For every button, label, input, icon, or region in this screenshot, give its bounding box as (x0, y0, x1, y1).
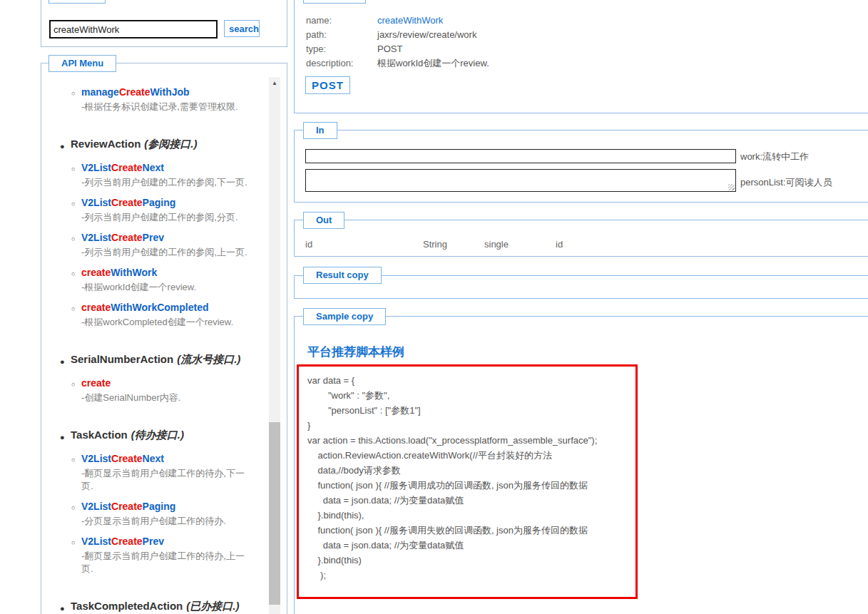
code-line: function( json ){ //服务调用成功的回调函数, json为服务… (307, 478, 635, 493)
detail-value: 根据workId创建一个review. (377, 58, 489, 68)
code-line: data = json.data; //为变量data赋值 (307, 538, 635, 553)
item-circle-bullet-icon: ○ (71, 267, 75, 280)
detail-row-path: path:jaxrs/review/create/work (306, 29, 476, 41)
sample-code-box: var data = { "work" : "参数", "personList"… (297, 364, 638, 599)
code-line: ); (307, 568, 635, 583)
search-highlight: Create (111, 232, 143, 243)
in-legend: In (303, 122, 337, 139)
api-section-header: ●TaskAction(待办接口.) (71, 429, 254, 441)
api-method-description: -根据workId创建一个review. (81, 281, 254, 294)
section-bullet-icon: ● (60, 140, 65, 153)
api-menu-item: ○V2ListCreateNext-列示当前用户创建的工作的参阅,下一页. (81, 161, 254, 189)
post-method-button[interactable]: POST (305, 76, 350, 94)
out-col-description: id (556, 239, 563, 250)
in-panel: In work:流转中工作 personList:可阅读人员 (294, 130, 868, 203)
api-menu-item: ○V2ListCreatePrev-列示当前用户创建的工作的参阅,上一页. (81, 231, 254, 259)
api-menu-legend: API Menu (48, 55, 116, 72)
api-menu-item: ○V2ListCreatePaging-列示当前用户创建的工作的参阅,分页. (81, 196, 254, 224)
search-panel-legend-cut (48, 0, 106, 4)
code-line: var data = { (307, 373, 635, 388)
search-highlight: Create (111, 536, 143, 547)
api-section-header: ●ReviewAction(参阅接口.) (71, 138, 254, 150)
menu-scrollbar-thumb[interactable] (269, 422, 280, 605)
api-method-link[interactable]: V2ListCreateNext (81, 162, 164, 173)
sample-copy-panel: Sample copy 平台推荐脚本样例 var data = { "work"… (294, 316, 868, 614)
code-line: function( json ){ //服务调用失败的回调函数, json为服务… (307, 523, 635, 538)
detail-label: type: (306, 43, 377, 56)
item-circle-bullet-icon: ○ (71, 232, 75, 245)
api-method-description: -创建SerialNumber内容. (81, 392, 254, 404)
out-panel: Out id String single id (294, 220, 868, 257)
api-menu-item: ○createWithWork-根据workId创建一个review. (81, 266, 254, 294)
api-method-link[interactable]: manageCreateWithJob (81, 86, 190, 98)
section-name: SerialNumberAction (71, 353, 173, 365)
api-method-link[interactable]: createWithWorkCompleted (81, 302, 209, 313)
search-highlight: Create (111, 197, 143, 208)
search-highlight: create (81, 377, 111, 389)
code-line: action.ReviewAction.createWithWork(//平台封… (307, 448, 635, 463)
detail-label: description: (306, 57, 377, 70)
item-circle-bullet-icon: ○ (71, 198, 75, 210)
detail-label: name: (306, 14, 377, 27)
detail-row-type: type:POST (306, 43, 402, 56)
api-method-link[interactable]: createWithWork (81, 267, 157, 278)
search-highlight: create (81, 302, 111, 313)
api-menu-item: ○createWithWorkCompleted-根据workCompleted… (81, 301, 254, 329)
api-method-link[interactable]: V2ListCreatePrev (81, 232, 164, 243)
out-col-type: String (423, 239, 447, 250)
api-menu-panel: API Menu ○manageCreateWithJob-根据任务标识创建记录… (41, 63, 287, 614)
search-button[interactable]: search (224, 20, 260, 37)
api-detail-legend-cut (303, 0, 366, 4)
sample-heading: 平台推荐脚本样例 (307, 344, 404, 360)
section-bullet-icon: ● (60, 355, 65, 368)
search-panel: search (41, 0, 287, 47)
in-field-personlist-textarea[interactable] (305, 169, 736, 192)
item-circle-bullet-icon: ○ (71, 536, 75, 549)
api-section-header: ●TaskCompletedAction(已办接口.) (71, 600, 254, 613)
out-legend: Out (303, 212, 344, 229)
api-method-description: -翻页显示当前用户创建工作的待办,下一页. (81, 467, 254, 493)
api-method-link[interactable]: V2ListCreatePaging (81, 501, 175, 512)
code-line: "personList" : ["参数1"] (307, 403, 635, 418)
code-line: "work" : "参数", (307, 388, 635, 403)
in-field-personlist-wrap (305, 169, 736, 192)
section-bullet-icon: ● (60, 602, 65, 614)
detail-row-name: name:createWithWork (306, 14, 443, 27)
api-method-description: -列示当前用户创建的工作的参阅,上一页. (81, 246, 254, 259)
detail-row-description: description:根据workId创建一个review. (306, 57, 489, 70)
api-method-link[interactable]: V2ListCreatePaging (81, 197, 175, 208)
api-menu-item: ○create-创建SerialNumber内容. (81, 377, 254, 404)
section-suffix: (参阅接口.) (144, 138, 197, 150)
in-field-work-label: work:流转中工作 (740, 150, 809, 163)
section-suffix: (流水号接口.) (177, 353, 240, 365)
api-method-description: -翻页显示当前用户创建工作的待办,上一页. (81, 550, 254, 575)
api-menu-list: ○manageCreateWithJob-根据任务标识创建记录,需要管理权限.●… (41, 79, 254, 614)
api-doc-page: search API Menu ○manageCreateWithJob-根据任… (0, 0, 868, 614)
search-highlight: Create (111, 453, 143, 464)
api-menu-item: ○V2ListCreateNext-翻页显示当前用户创建工作的待办,下一页. (81, 452, 254, 493)
section-name: ReviewAction (71, 138, 141, 150)
search-highlight: Create (111, 501, 143, 512)
api-method-description: -根据任务标识创建记录,需要管理权限. (81, 101, 254, 113)
api-method-link[interactable]: V2ListCreatePrev (81, 536, 164, 547)
result-copy-panel: Result copy (294, 275, 868, 299)
search-highlight: create (81, 267, 111, 278)
menu-scrollbar[interactable]: ▲ (269, 77, 280, 614)
api-section-header: ●SerialNumberAction(流水号接口.) (71, 353, 254, 366)
section-name: TaskAction (71, 429, 128, 441)
in-field-work-input[interactable] (305, 149, 736, 163)
code-line: }.bind(this), (307, 508, 635, 523)
code-line: } (307, 418, 635, 433)
section-name: TaskCompletedAction (71, 600, 183, 612)
scroll-up-icon[interactable]: ▲ (269, 77, 280, 89)
search-input[interactable] (49, 20, 218, 39)
detail-name-link[interactable]: createWithWork (377, 15, 443, 26)
code-line: data = json.data; //为变量data赋值 (307, 493, 635, 508)
sample-copy-legend: Sample copy (303, 308, 386, 325)
code-line: var action = this.Actions.load("x_proces… (307, 433, 635, 448)
api-method-link[interactable]: V2ListCreateNext (81, 453, 164, 464)
item-circle-bullet-icon: ○ (71, 87, 75, 100)
code-line: }.bind(this) (307, 553, 635, 568)
out-col-name: id (305, 239, 312, 250)
api-method-link[interactable]: create (81, 377, 111, 389)
